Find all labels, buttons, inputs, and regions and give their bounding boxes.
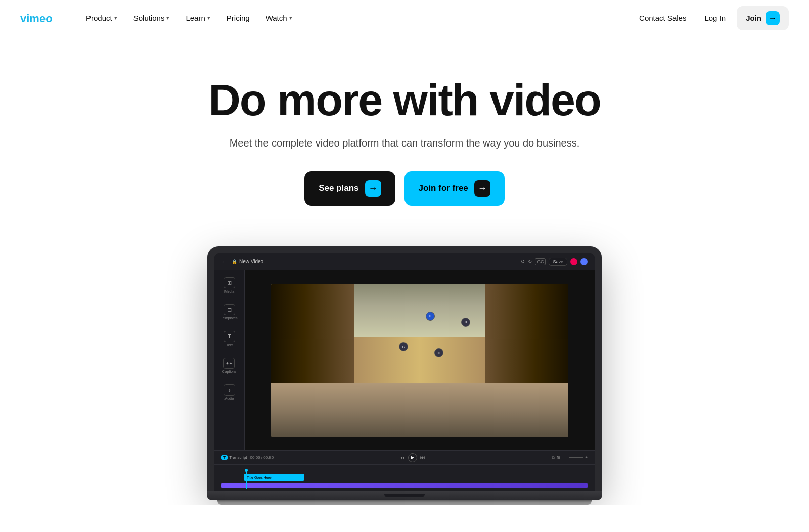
timeline-left: T Transcript 00:06 / 00:80 (221, 455, 274, 460)
sidebar-tool-media[interactable]: ⊞ Media (222, 275, 237, 295)
chevron-down-icon: ▾ (207, 15, 210, 21)
laptop-screen: ← 🔒 New Video ↺ ↻ CC Save (214, 253, 595, 491)
laptop-bottom (217, 500, 592, 505)
captions-icon: ✦✦ (223, 358, 235, 369)
audio-icon: ♪ (224, 384, 235, 396)
nav-item-learn[interactable]: Learn ▾ (178, 10, 217, 26)
hero-subtitle: Meet the complete video platform that ca… (121, 137, 688, 149)
nav-item-product[interactable]: Product ▾ (79, 10, 124, 26)
vimeo-logo[interactable]: vimeo (20, 11, 61, 25)
nav-right: Contact Sales Log In Join → (632, 6, 789, 30)
join-free-button[interactable]: Join for free → (404, 171, 505, 206)
laptop: ← 🔒 New Video ↺ ↻ CC Save (207, 246, 602, 505)
topbar-left: ← 🔒 New Video (221, 258, 263, 265)
media-icon: ⊞ (224, 277, 235, 288)
nav-item-solutions[interactable]: Solutions ▾ (126, 10, 177, 26)
record-dot (570, 258, 577, 265)
screen-main: ⊞ Media ⊟ Templates T Text ✦✦ (214, 270, 595, 450)
collab-label-d: D (461, 318, 470, 327)
nav-left: vimeo Product ▾ Solutions ▾ Learn ▾ Pric… (20, 10, 299, 26)
zoom-out-icon: — (563, 455, 567, 460)
timeline-needle (246, 470, 247, 489)
login-button[interactable]: Log In (697, 10, 733, 26)
next-button[interactable]: ⏭ (420, 455, 425, 460)
sidebar-tool-templates[interactable]: ⊟ Templates (219, 302, 240, 322)
cc-icon: CC (535, 258, 546, 265)
join-button[interactable]: Join → (737, 6, 789, 30)
prev-button[interactable]: ⏮ (400, 455, 405, 460)
hero-title: Do more with video (121, 77, 688, 123)
chevron-down-icon: ▾ (289, 15, 292, 21)
see-plans-button[interactable]: See plans → (304, 171, 395, 206)
lock-icon: 🔒 (232, 259, 237, 264)
hallway-center (354, 337, 485, 383)
topbar-right: ↺ ↻ CC Save (521, 258, 588, 266)
timeline-controls: T Transcript 00:06 / 00:80 ⏮ ▶ ⏭ ⧉ (214, 451, 595, 465)
text-icon: T (224, 331, 235, 342)
video-preview: H G D C (271, 284, 568, 437)
screen-sidebar: ⊞ Media ⊟ Templates T Text ✦✦ (214, 270, 245, 450)
svg-text:vimeo: vimeo (20, 12, 53, 25)
timeline-clip-purple (221, 483, 588, 488)
hero-buttons: See plans → Join for free → (121, 171, 688, 206)
hallway-scene: H G D C (271, 284, 568, 437)
timeline-right: ⧉ 🗑 — + (552, 455, 588, 460)
laptop-illustration: ← 🔒 New Video ↺ ↻ CC Save (126, 246, 683, 505)
chevron-down-icon: ▾ (114, 15, 117, 21)
hallway-floor (271, 383, 568, 437)
undo-icon: ↺ (521, 259, 525, 264)
laptop-base (207, 491, 602, 500)
templates-icon: ⊟ (224, 304, 235, 315)
collab-label-h: H (426, 312, 435, 321)
chevron-down-icon: ▾ (166, 15, 169, 21)
laptop-notch (384, 494, 425, 497)
nav-item-watch[interactable]: Watch ▾ (259, 10, 299, 26)
timeline-time: 00:06 / 00:80 (250, 455, 274, 460)
play-button[interactable]: ▶ (408, 453, 417, 462)
contact-sales-link[interactable]: Contact Sales (632, 10, 693, 26)
free-arrow-icon: → (474, 180, 490, 197)
delete-icon: 🗑 (557, 455, 561, 460)
hero-section: Do more with video Meet the complete vid… (101, 36, 708, 246)
zoom-in-icon: + (585, 455, 588, 460)
save-button[interactable]: Save (549, 258, 567, 266)
timeline-center: ⏮ ▶ ⏭ (400, 453, 425, 462)
nav-item-pricing[interactable]: Pricing (219, 10, 257, 26)
redo-icon: ↻ (528, 259, 532, 264)
sidebar-tool-captions[interactable]: ✦✦ Captions (220, 356, 239, 375)
back-icon: ← (221, 258, 228, 265)
timeline-clip-cyan: Title Goes Here (244, 474, 304, 481)
collab-label-g: G (399, 342, 408, 351)
screen-canvas: H G D C (245, 270, 595, 450)
copy-icon: ⧉ (552, 455, 555, 460)
sidebar-tool-text[interactable]: T Text (222, 329, 237, 349)
transcript-label: T Transcript (221, 455, 247, 460)
screen-timeline: T Transcript 00:06 / 00:80 ⏮ ▶ ⏭ ⧉ (214, 450, 595, 491)
plans-arrow-icon: → (365, 180, 381, 197)
nav-items: Product ▾ Solutions ▾ Learn ▾ Pricing Wa… (79, 10, 299, 26)
screen-topbar: ← 🔒 New Video ↺ ↻ CC Save (214, 253, 595, 270)
profile-dot (580, 258, 588, 265)
join-arrow-icon: → (766, 11, 780, 25)
sidebar-tool-audio[interactable]: ♪ Audio (222, 382, 237, 402)
laptop-outer: ← 🔒 New Video ↺ ↻ CC Save (207, 246, 602, 491)
topbar-title: 🔒 New Video (232, 259, 263, 264)
zoom-slider (569, 457, 583, 458)
timeline-track: Title Goes Here (214, 465, 595, 491)
navbar: vimeo Product ▾ Solutions ▾ Learn ▾ Pric… (0, 0, 809, 36)
